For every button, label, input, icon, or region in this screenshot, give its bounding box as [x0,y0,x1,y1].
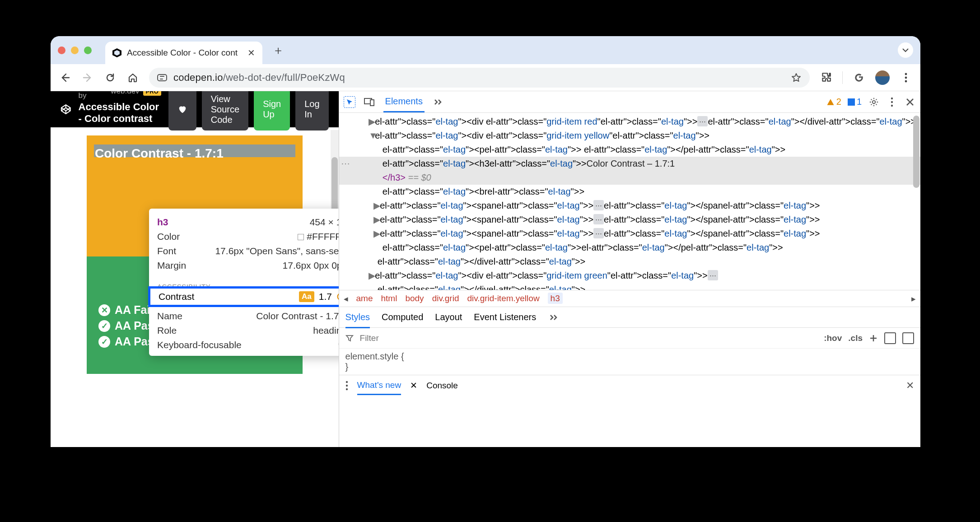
subtab-layout[interactable]: Layout [435,312,462,322]
element-tree-line[interactable]: ⋯ el-attr">class="el-tag"><h3el-attr">cl… [339,157,920,171]
issues-badge[interactable]: 1 [848,97,862,107]
cls-toggle[interactable]: .cls [848,333,863,343]
element-tree-line[interactable]: ▼el-attr">class="el-tag"><div el-attr">c… [339,129,920,143]
breadcrumb-right-icon[interactable]: ▸ [911,294,916,304]
kebab-icon [891,97,893,107]
elements-scrollbar-thumb[interactable] [913,116,919,188]
breadcrumb-item[interactable]: html [381,294,397,303]
svg-point-14 [345,381,347,382]
breadcrumb-item[interactable]: div.grid [432,294,459,303]
element-tree-line[interactable]: el-attr">class="el-tag"><pel-attr">class… [339,143,920,157]
element-style-close: } [345,362,914,372]
warnings-badge[interactable]: 2 [826,97,841,107]
close-window-button[interactable] [58,47,65,54]
home-button[interactable] [126,71,139,84]
devtools-settings-button[interactable] [868,96,880,108]
elements-tree[interactable]: ▶el-attr">class="el-tag"><div el-attr">c… [339,113,920,290]
tab-search-button[interactable] [898,42,913,58]
devtools-close-button[interactable] [904,96,916,108]
extensions-button[interactable] [820,71,832,84]
maximize-window-button[interactable] [84,47,92,54]
element-tree-line[interactable]: ▶el-attr">class="el-tag"><div el-attr">c… [339,115,920,129]
new-tab-button[interactable]: ＋ [272,42,284,58]
titlebar: Accessible Color - Color cont ✕ ＋ [51,36,920,64]
view-source-button[interactable]: View Source Code [202,91,248,130]
like-button[interactable] [168,91,196,130]
svg-point-1 [905,76,907,79]
svg-point-10 [873,100,875,103]
new-style-rule-button[interactable] [869,334,878,343]
close-tab-button[interactable]: ✕ [247,47,255,58]
subtab-computed[interactable]: Computed [382,312,423,322]
element-tree-line[interactable]: el-attr">class="el-tag"></divel-attr">cl… [339,255,920,269]
forward-button[interactable] [81,71,94,84]
element-tree-line[interactable]: ▶el-attr">class="el-tag"><div el-attr">c… [339,269,920,283]
drawer-tab-console[interactable]: Console [426,381,458,391]
content-area: A Pen by web.dev PRO Accessible Color - … [51,91,920,447]
google-g-icon [853,72,865,84]
browser-window: Accessible Color - Color cont ✕ ＋ codepe… [51,36,920,447]
element-tree-line[interactable]: ▶el-attr">class="el-tag"><spanel-attr">c… [339,227,920,241]
more-tabs-button[interactable] [433,96,444,108]
styles-pane[interactable]: element.style { } [339,349,920,375]
tooltip-row: Font17.6px "Open Sans", sans-serif [157,244,339,258]
breadcrumb-item[interactable]: h3 [548,293,563,304]
svg-rect-8 [370,100,374,106]
drawer-tab-whatsnew-close[interactable]: ✕ [410,380,417,391]
arrow-right-icon [82,72,93,83]
login-button[interactable]: Log In [295,91,328,130]
minimize-window-button[interactable] [71,47,79,54]
issue-flag-icon [848,98,855,106]
breadcrumb-item[interactable]: ame [356,294,373,303]
warning-icon [336,292,339,301]
tooltip-a11y-heading: ACCESSIBILITY [149,276,339,286]
breadcrumb-item[interactable]: body [405,294,424,303]
breadcrumb-left-icon[interactable]: ◂ [344,294,348,304]
address-bar[interactable]: codepen.io/web-dot-dev/full/PoeKzWq [149,68,810,88]
styles-filter-input[interactable] [360,333,818,343]
element-tree-line[interactable]: ▶el-attr">class="el-tag"><spanel-attr">c… [339,213,920,227]
subtab-eventlisteners[interactable]: Event Listeners [474,312,536,322]
tooltip-contrast-label: Contrast [159,291,194,302]
browser-menu-button[interactable] [900,71,912,84]
svg-point-12 [891,101,893,103]
toolbar: codepen.io/web-dot-dev/full/PoeKzWq [51,64,920,91]
device-toolbar-button[interactable] [364,96,375,108]
hov-toggle[interactable]: :hov [824,333,842,343]
drawer-tab-whatsnew[interactable]: What's new [357,380,401,395]
site-info-icon[interactable] [157,74,167,81]
codepen-logo-icon[interactable] [61,98,71,120]
element-tree-line[interactable]: el-attr">class="el-tag"><brel-attr">clas… [339,185,920,199]
drawer-close-button[interactable]: ✕ [906,380,914,392]
chevron-double-right-icon [434,99,443,105]
bookmark-button[interactable] [791,72,802,83]
signup-button[interactable]: Sign Up [254,91,290,130]
devtools-menu-button[interactable] [886,96,898,108]
styles-filter-bar: :hov .cls [339,328,920,349]
element-tree-line[interactable]: </h3> == $0 [339,171,920,185]
grid-editor-icon[interactable] [902,332,914,344]
profile-avatar[interactable] [875,70,890,85]
element-tree-line[interactable]: el-attr">class="el-tag"></divel-attr">cl… [339,283,920,290]
elements-breadcrumb[interactable]: ◂ amehtmlbodydiv.griddiv.grid-item.yello… [339,290,920,307]
pen-title: Accessible Color - Color contrast ... [79,101,161,136]
tooltip-a11y-row: NameColor Contrast - 1.7:1 [157,309,339,323]
element-tree-line[interactable]: ▶el-attr">class="el-tag"><spanel-attr">c… [339,199,920,213]
subtab-more-icon[interactable] [550,314,559,321]
back-button[interactable] [59,71,71,84]
drawer-menu-button[interactable] [345,381,348,391]
codepen-favicon-icon [112,48,121,57]
inspect-element-button[interactable] [344,96,355,108]
element-tree-line[interactable]: el-attr">class="el-tag"><pel-attr">class… [339,241,920,255]
reload-button[interactable] [104,71,117,84]
reload-icon [105,72,116,83]
svg-point-11 [891,97,893,99]
google-account-button[interactable] [853,71,865,84]
star-icon [791,72,802,83]
svg-point-0 [905,73,907,75]
subtab-styles[interactable]: Styles [345,312,370,328]
flexbox-editor-icon[interactable] [884,332,896,344]
breadcrumb-item[interactable]: div.grid-item.yellow [467,294,539,303]
devtools-tab-elements[interactable]: Elements [383,92,425,112]
browser-tab[interactable]: Accessible Color - Color cont ✕ [105,42,262,64]
